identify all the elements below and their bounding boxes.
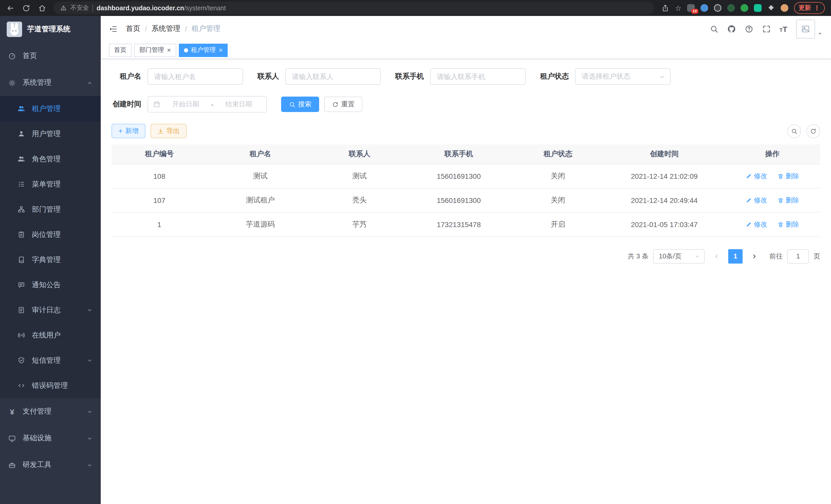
extension-icon[interactable] (754, 4, 762, 12)
sidebar-item-infrastructure[interactable]: 基础设施 (0, 425, 101, 452)
tab-tenant[interactable]: 租户管理× (179, 43, 228, 57)
sidebar-item-online-users[interactable]: 在线用户 (0, 323, 101, 348)
app-logo[interactable]: 芋道管理系统 (0, 16, 101, 42)
add-button[interactable]: + 新增 (112, 124, 145, 138)
toggle-search-button[interactable] (787, 124, 801, 138)
breadcrumb-system[interactable]: 系统管理 (152, 24, 180, 33)
gear-icon (8, 79, 16, 87)
sidebar-item-error-code[interactable]: 错误码管理 (0, 373, 101, 398)
reset-button[interactable]: 重置 (324, 97, 362, 112)
page-number-button[interactable]: 1 (728, 249, 743, 263)
sidebar-item-payment[interactable]: ¥ 支付管理 (0, 398, 101, 425)
page-size-select[interactable]: 10条/页 (653, 249, 705, 263)
delete-link[interactable]: 删除 (778, 171, 799, 181)
edit-link[interactable]: 修改 (746, 171, 767, 181)
cell-phone: 15601691300 (406, 188, 512, 212)
code-icon (18, 382, 25, 389)
table-row: 107 测试租户 秃头 15601691300 关闭 2021-12-14 20… (112, 188, 820, 212)
tenant-status-select[interactable]: 请选择租户状态 (575, 68, 671, 85)
reload-icon[interactable] (22, 4, 30, 12)
sidebar-item-sms[interactable]: 短信管理 (0, 348, 101, 373)
extension-icon[interactable]: 10 (687, 4, 695, 12)
home-icon[interactable] (38, 4, 46, 12)
bookmark-star-icon[interactable]: ☆ (675, 4, 682, 11)
sidebar-item-home[interactable]: 首页 (0, 42, 101, 69)
search-icon[interactable] (710, 24, 718, 33)
warning-icon (60, 5, 67, 11)
tab-home[interactable]: 首页 (109, 43, 132, 57)
cell-tenant-id: 108 (112, 164, 207, 188)
tab-dept[interactable]: 部门管理× (134, 43, 176, 57)
close-icon[interactable]: × (219, 47, 223, 53)
cell-contact: 芋艿 (314, 212, 406, 236)
extension-icon[interactable] (727, 4, 735, 12)
avatar[interactable] (796, 19, 815, 38)
sidebar-item-menu[interactable]: 菜单管理 (0, 172, 101, 197)
tenant-name-input[interactable] (147, 68, 243, 85)
prev-page-button[interactable] (709, 249, 724, 263)
pagination: 共 3 条 10条/页 1 前往 页 (112, 249, 820, 263)
update-button[interactable]: 更新⋮ (794, 2, 825, 14)
extension-icon[interactable] (714, 4, 721, 12)
cell-actions: 修改 删除 (725, 212, 820, 236)
sidebar-item-notice[interactable]: 通知公告 (0, 272, 101, 297)
profile-avatar[interactable] (781, 4, 789, 12)
refresh-table-button[interactable] (806, 124, 820, 138)
sidebar-item-role[interactable]: 角色管理 (0, 146, 101, 172)
sidebar-item-audit-log[interactable]: 审计日志 (0, 297, 101, 323)
start-date-placeholder: 开始日期 (164, 100, 208, 109)
user-menu[interactable] (796, 19, 823, 38)
sidebar-item-label: 用户管理 (32, 129, 61, 139)
phone-input[interactable] (430, 68, 526, 85)
filter-row-2: 创建时间 开始日期 - 结束日期 搜索 重置 (112, 96, 820, 113)
sidebar-item-label: 部门管理 (32, 205, 61, 214)
extensions-puzzle-icon[interactable] (767, 4, 775, 12)
extension-icon[interactable] (700, 4, 708, 12)
breadcrumb-home[interactable]: 首页 (126, 24, 140, 33)
sidebar-item-label: 在线用户 (32, 331, 61, 340)
github-icon[interactable] (727, 24, 736, 33)
cell-tenant-id: 1 (112, 212, 207, 236)
fullscreen-icon[interactable] (762, 24, 771, 33)
sidebar-item-tenant[interactable]: 租户管理 (0, 96, 101, 121)
help-icon[interactable] (744, 24, 753, 33)
close-icon[interactable]: × (167, 47, 171, 53)
logo-image (7, 22, 22, 37)
edit-link[interactable]: 修改 (746, 196, 767, 205)
sidebar-item-post[interactable]: 岗位管理 (0, 222, 101, 247)
sidebar-item-system[interactable]: 系统管理 (0, 69, 101, 96)
edit-link[interactable]: 修改 (746, 219, 767, 229)
delete-link[interactable]: 删除 (778, 219, 799, 229)
back-icon[interactable] (6, 4, 15, 12)
menu-dots-icon[interactable]: ⋮ (813, 5, 820, 11)
security-label[interactable]: 不安全 (70, 4, 89, 12)
cell-created: 2021-12-14 20:49:44 (604, 188, 725, 212)
sidebar-toggle-icon[interactable] (109, 24, 118, 33)
sidebar-item-devtools[interactable]: 研发工具 (0, 452, 101, 478)
col-contact: 联系人 (314, 144, 406, 164)
delete-link[interactable]: 删除 (778, 196, 799, 205)
sidebar-item-dict[interactable]: 字典管理 (0, 247, 101, 272)
sidebar-item-label: 系统管理 (23, 78, 51, 87)
sidebar-item-dept[interactable]: 部门管理 (0, 197, 101, 222)
create-time-range-picker[interactable]: 开始日期 - 结束日期 (147, 96, 267, 113)
cell-tenant-name: 测试租户 (207, 188, 314, 212)
roles-icon (18, 155, 25, 163)
contact-input[interactable] (285, 68, 381, 85)
extension-icon[interactable] (741, 4, 748, 12)
plus-icon: + (118, 127, 123, 135)
goto-page-input[interactable] (787, 249, 809, 263)
font-size-icon[interactable]: TT (779, 25, 787, 33)
extension-badge: 10 (691, 8, 698, 14)
cell-tenant-name: 芋道源码 (207, 212, 314, 236)
next-page-button[interactable] (747, 249, 762, 263)
share-icon[interactable] (662, 4, 669, 12)
export-button[interactable]: 导出 (150, 124, 187, 138)
address-bar[interactable]: 不安全 dashboard.yudao.iocoder.cn/system/te… (53, 2, 655, 14)
date-separator: - (211, 100, 213, 108)
edit-label: 修改 (754, 196, 767, 205)
col-tenant-name: 租户名 (207, 144, 314, 164)
sidebar-item-user[interactable]: 用户管理 (0, 121, 101, 146)
page-size-value: 10条/页 (659, 251, 682, 261)
search-button[interactable]: 搜索 (281, 97, 319, 112)
